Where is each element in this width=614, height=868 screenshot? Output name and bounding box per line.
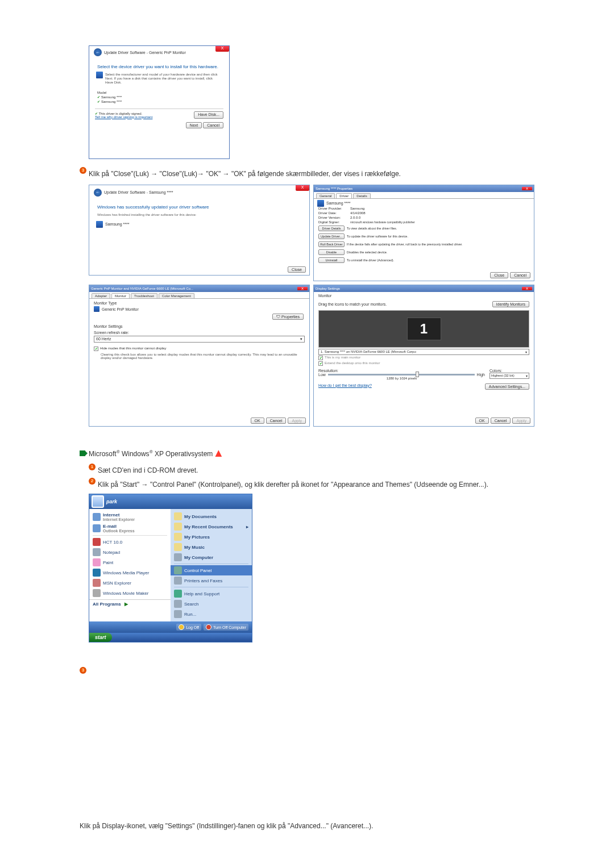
hide-modes-checkbox[interactable]: ✔ xyxy=(94,347,98,351)
monitor-properties-dialog: Generic PnP Monitor and NVIDIA GeForce 6… xyxy=(89,285,310,427)
printer-icon xyxy=(174,577,182,585)
update-success-dialog: X ← Update Driver Software - Samsung ***… xyxy=(89,185,310,276)
cancel-button[interactable]: Cancel xyxy=(491,418,511,424)
ok-button[interactable]: OK xyxy=(251,418,264,424)
avatar xyxy=(92,495,104,508)
ie-icon xyxy=(93,513,101,521)
start-item-run[interactable]: Run... xyxy=(171,609,252,619)
cancel-button[interactable]: Cancel xyxy=(510,272,530,278)
chevron-down-icon: ▾ xyxy=(300,337,302,341)
extend-desktop-checkbox[interactable]: ✔ xyxy=(318,361,323,366)
tab-color[interactable]: Color Management xyxy=(159,293,194,298)
start-item-notepad[interactable]: Notepad xyxy=(89,547,171,557)
close-button[interactable]: Close xyxy=(490,272,508,278)
main-monitor-checkbox[interactable]: ✔ xyxy=(318,356,323,360)
have-disk-button[interactable]: Have Disk... xyxy=(194,111,223,119)
start-item-control-panel[interactable]: Control Panel xyxy=(171,565,252,575)
properties-button[interactable]: 🛡 Properties xyxy=(272,314,304,320)
cancel-button[interactable]: Cancel xyxy=(266,418,287,424)
dialog-title: Display Settings xyxy=(316,287,340,290)
monitor-settings-label: Monitor Settings xyxy=(89,321,309,329)
disable-button[interactable]: Disable xyxy=(318,249,345,255)
ok-button[interactable]: OK xyxy=(475,418,489,424)
dialog-title: Samsung **** Properties xyxy=(316,187,352,190)
all-programs[interactable]: All Programs▶ xyxy=(89,599,171,608)
start-button[interactable]: start xyxy=(89,633,112,642)
tab-general[interactable]: General xyxy=(316,193,335,198)
apply-button[interactable]: Apply xyxy=(288,418,306,424)
chevron-right-icon: ▶ xyxy=(125,602,128,607)
start-item-msn[interactable]: MSN Explorer xyxy=(89,578,171,588)
update-driver-dialog: X ← Update Driver Software - Generic PnP… xyxy=(89,45,230,159)
monitor-select[interactable]: 1. Samsung **** on NVIDIA GeForce 6600 L… xyxy=(318,349,529,355)
close-icon[interactable]: X xyxy=(297,287,308,290)
start-item-recent[interactable]: My Recent Documents▸ xyxy=(171,521,252,532)
tab-driver[interactable]: Driver xyxy=(336,193,352,198)
computer-icon xyxy=(174,553,182,561)
final-instruction: Klik på Display-ikonet, vælg "Settings" … xyxy=(80,821,534,831)
close-button[interactable]: Close xyxy=(288,266,306,273)
close-icon[interactable]: X xyxy=(215,46,229,52)
start-item-help[interactable]: Help and Support xyxy=(171,589,252,599)
tab-troubleshoot[interactable]: Troubleshoot xyxy=(131,293,157,298)
identify-monitors-button[interactable]: Identify Monitors xyxy=(492,301,529,307)
rollback-button[interactable]: Roll Back Driver xyxy=(318,241,345,247)
start-item-wmp[interactable]: Windows Media Player xyxy=(89,567,171,578)
update-driver-button[interactable]: Update Driver... xyxy=(318,233,345,239)
back-icon[interactable]: ← xyxy=(94,189,102,197)
folder-icon xyxy=(174,523,182,531)
back-icon[interactable]: ← xyxy=(94,48,102,56)
close-icon[interactable]: X xyxy=(522,187,532,190)
start-item-wmm[interactable]: Windows Movie Maker xyxy=(89,588,171,598)
list-item[interactable]: ✔Samsung **** xyxy=(89,95,229,99)
help-icon xyxy=(174,590,182,598)
monitor-preview[interactable]: 1 xyxy=(407,318,441,340)
start-item-computer[interactable]: My Computer xyxy=(171,552,252,562)
next-button[interactable]: Next xyxy=(186,122,202,128)
colors-label: Colors: xyxy=(489,369,529,373)
close-icon[interactable]: X xyxy=(296,185,309,191)
close-icon[interactable]: X xyxy=(522,287,532,290)
msn-icon xyxy=(93,579,101,587)
dialog-instruction: Select the manufacturer and model of you… xyxy=(105,73,217,84)
cancel-button[interactable]: Cancel xyxy=(203,122,223,128)
start-item-music[interactable]: My Music xyxy=(171,542,252,552)
step-number-1: 1 xyxy=(89,464,96,470)
resolution-value: 1280 by 1024 pixels xyxy=(318,377,485,380)
start-item-email[interactable]: E-mailOutlook Express xyxy=(89,523,171,534)
advanced-settings-button[interactable]: Advanced Settings... xyxy=(485,383,529,390)
user-name: park xyxy=(106,499,117,504)
colors-select[interactable]: Highest (32 bit)▾ xyxy=(489,373,529,379)
start-item-printers[interactable]: Printers and Faxes xyxy=(171,575,252,586)
start-item-hct[interactable]: HCT 10.0 xyxy=(89,537,171,547)
turnoff-button[interactable]: Turn Off Computer xyxy=(204,624,248,631)
hide-modes-desc: Clearing this check box allows you to se… xyxy=(89,352,309,361)
start-item-pictures[interactable]: My Pictures xyxy=(171,532,252,542)
step-number-3: 3 xyxy=(80,667,86,674)
chevron-right-icon: ▸ xyxy=(246,524,248,529)
resolution-slider[interactable] xyxy=(328,374,475,375)
start-menu: park InternetInternet Explorer E-mailOut… xyxy=(89,494,252,642)
start-item-documents[interactable]: My Documents xyxy=(171,511,252,521)
list-item[interactable]: ✔Samsung **** xyxy=(89,99,229,104)
signing-link[interactable]: Tell me why driver signing is important xyxy=(95,115,152,119)
tab-monitor[interactable]: Monitor xyxy=(111,293,130,298)
apply-button[interactable]: Apply xyxy=(512,418,530,424)
start-item-paint[interactable]: Paint xyxy=(89,557,171,567)
best-display-link[interactable]: How do I get the best display? xyxy=(318,383,372,390)
chevron-down-icon: ▾ xyxy=(526,374,528,378)
step-text: Klik på "Start" → "Control Panel" (Kontr… xyxy=(98,480,534,490)
success-sub: Windows has finished installing the driv… xyxy=(89,212,309,218)
logoff-button[interactable]: Log Off xyxy=(176,624,201,631)
resolution-label: Resolution: xyxy=(318,369,485,373)
start-item-internet[interactable]: InternetInternet Explorer xyxy=(89,511,171,523)
tab-adapter[interactable]: Adapter xyxy=(92,293,110,298)
driver-details-button[interactable]: Driver Details xyxy=(318,226,345,231)
uninstall-button[interactable]: Uninstall xyxy=(318,257,345,263)
folder-icon xyxy=(174,512,182,520)
tab-details[interactable]: Details xyxy=(353,193,370,198)
refresh-rate-select[interactable]: 60 Hertz▾ xyxy=(94,336,305,343)
dialog-title: Generic PnP Monitor and NVIDIA GeForce 6… xyxy=(91,287,193,290)
step-text: Sæt CD'en ind i CD-ROM drevet. xyxy=(98,466,534,475)
start-item-search[interactable]: Search xyxy=(171,599,252,609)
